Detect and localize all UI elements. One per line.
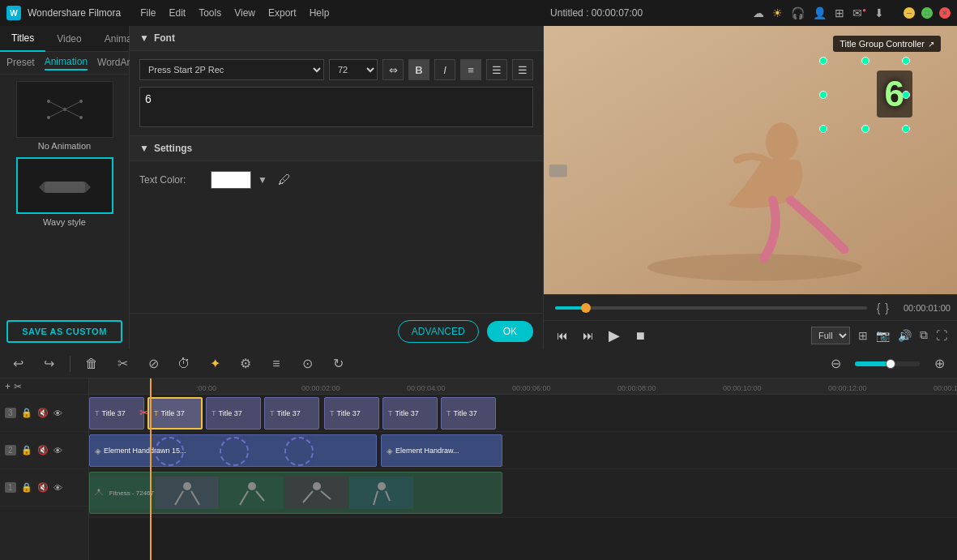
title-clip-3[interactable]: T Title 37 [206, 397, 261, 430]
italic-button[interactable]: I [434, 59, 455, 80]
back-frame-button[interactable]: ⏭ [579, 327, 597, 344]
play-button[interactable]: ▶ [605, 325, 623, 346]
title-clip-6[interactable]: T Title 37 [382, 397, 438, 430]
font-section-header[interactable]: ▼ Font [130, 26, 543, 51]
progress-thumb[interactable] [581, 303, 591, 313]
dropdown-arrow-icon[interactable]: ▼ [258, 174, 267, 186]
ok-button[interactable]: OK [487, 321, 533, 342]
stop-button[interactable]: ⏹ [631, 327, 649, 344]
control-dot-tl[interactable] [819, 57, 827, 65]
redo-button[interactable]: ↪ [37, 353, 60, 375]
advanced-button[interactable]: ADVANCED [398, 320, 479, 343]
track-3-eye-icon[interactable]: 👁 [53, 408, 62, 418]
screen-fit-button[interactable]: ⊞ [858, 329, 868, 342]
thumb-no-animation[interactable]: No Animation [6, 81, 122, 151]
title-clip-7[interactable]: T Title 37 [441, 397, 496, 430]
track-2-mute-icon[interactable]: 🔇 [37, 445, 49, 455]
cut-button[interactable]: ✂ [111, 353, 134, 375]
element-clip-1[interactable]: ◈ Element Handdrawn 15... [89, 434, 377, 467]
refresh-button[interactable]: ↻ [327, 353, 349, 375]
headphones-icon[interactable]: 🎧 [791, 6, 805, 19]
control-dot-bc[interactable] [861, 125, 869, 133]
zoom-thumb[interactable] [886, 359, 895, 369]
menu-view[interactable]: View [234, 7, 255, 19]
close-button[interactable]: ✕ [939, 7, 951, 19]
sub-tab-animation[interactable]: Animation [45, 56, 88, 71]
bars-button[interactable]: ≡ [265, 353, 288, 375]
video-clip-1[interactable]: Fitness - 72467 [89, 472, 502, 514]
mail-icon[interactable]: ✉● [852, 6, 866, 19]
track-1-mute-icon[interactable]: 🔇 [37, 482, 49, 493]
text-color-swatch[interactable] [211, 171, 251, 189]
control-dot-tc[interactable] [861, 57, 869, 65]
track-2-eye-icon[interactable]: 👁 [53, 446, 62, 455]
grid-icon[interactable]: ⊞ [835, 6, 844, 19]
eyedropper-button[interactable]: 🖊 [274, 169, 295, 190]
cut-track-button[interactable]: ✂ [14, 381, 22, 392]
sub-tab-wordart[interactable]: WordArt [97, 57, 133, 70]
undo-button[interactable]: ↩ [6, 353, 29, 375]
tab-titles[interactable]: Titles [0, 26, 45, 52]
cloud-icon[interactable]: ☁ [753, 6, 764, 19]
settings-button[interactable]: ⚙ [234, 353, 257, 375]
menu-file[interactable]: File [140, 7, 156, 19]
minimize-button[interactable]: ─ [904, 7, 915, 19]
fullscreen-button[interactable]: ⛶ [936, 329, 947, 342]
step-back-button[interactable]: ⏮ [553, 327, 571, 344]
thumb-no-animation-box[interactable] [16, 81, 113, 138]
tab-video[interactable]: Video [45, 26, 92, 52]
menu-help[interactable]: Help [310, 7, 330, 19]
screenshot-button[interactable]: 📷 [876, 329, 890, 342]
zoom-slider[interactable] [855, 361, 920, 366]
zoom-in-button[interactable]: ⊕ [928, 353, 951, 375]
delete-button[interactable]: 🗑 [80, 353, 103, 375]
bracket-out-button[interactable]: } [885, 301, 889, 314]
zoom-out-button[interactable]: ⊖ [824, 353, 847, 375]
no-edit-button[interactable]: ⊘ [142, 353, 164, 375]
control-dot-tr[interactable] [902, 57, 910, 65]
pip-button[interactable]: ⧉ [920, 328, 928, 342]
font-size-select[interactable]: 72 [329, 59, 378, 80]
control-dot-bl[interactable] [819, 125, 827, 133]
align-right-button[interactable]: ☰ [512, 59, 533, 80]
control-dot-ml[interactable] [819, 91, 827, 99]
title-clip-1[interactable]: T Title 37 [89, 397, 144, 430]
sun-icon[interactable]: ☀ [772, 6, 783, 19]
menu-tools[interactable]: Tools [199, 7, 221, 19]
star-button[interactable]: ✦ [203, 353, 226, 375]
control-dot-mr[interactable] [902, 91, 910, 99]
clock-button[interactable]: ⏱ [173, 353, 195, 375]
settings-section-header[interactable]: ▼ Settings [130, 136, 543, 161]
user-icon[interactable]: 👤 [813, 6, 827, 19]
download-icon[interactable]: ⬇ [874, 6, 884, 19]
bold-button[interactable]: B [408, 59, 429, 80]
title-clip-5[interactable]: T Title 37 [324, 397, 379, 430]
align-center-button[interactable]: ☰ [486, 59, 507, 80]
target-button[interactable]: ⊙ [296, 353, 318, 375]
font-family-select[interactable]: Press Start 2P Rec [139, 59, 324, 80]
timeline-ruler[interactable]: :00:00 00:00:02:00 00:00:04:00 00:00:06:… [89, 378, 957, 395]
thumb-wavy-box[interactable] [16, 157, 113, 214]
add-track-button[interactable]: + [5, 381, 11, 392]
bracket-in-button[interactable]: { [877, 301, 881, 314]
element-clip-2[interactable]: ◈ Element Handraw... [381, 434, 502, 467]
track-1-eye-icon[interactable]: 👁 [53, 483, 62, 493]
thumb-wavy[interactable]: Wavy style [6, 157, 122, 227]
sub-tab-preset[interactable]: Preset [6, 57, 35, 70]
quality-select[interactable]: Full [811, 327, 850, 344]
volume-button[interactable]: 🔊 [898, 329, 912, 342]
title-clip-2[interactable]: T Title 37 [147, 397, 203, 430]
maximize-button[interactable]: □ [921, 7, 933, 19]
progress-bar[interactable] [555, 306, 867, 310]
letter-spacing-button[interactable]: ⇔ [382, 59, 404, 80]
menu-edit[interactable]: Edit [169, 7, 186, 19]
track-1-lock-icon[interactable]: 🔒 [21, 482, 32, 493]
align-left-button[interactable]: ≡ [460, 59, 481, 80]
menu-export[interactable]: Export [268, 7, 297, 19]
track-3-lock-icon[interactable]: 🔒 [21, 408, 32, 418]
track-2-lock-icon[interactable]: 🔒 [21, 445, 32, 455]
save-as-custom-button[interactable]: SAVE AS CUSTOM [6, 320, 122, 343]
title-clip-4[interactable]: T Title 37 [264, 397, 319, 430]
track-3-mute-icon[interactable]: 🔇 [37, 408, 49, 418]
text-preview-area[interactable]: 6 [139, 87, 533, 127]
